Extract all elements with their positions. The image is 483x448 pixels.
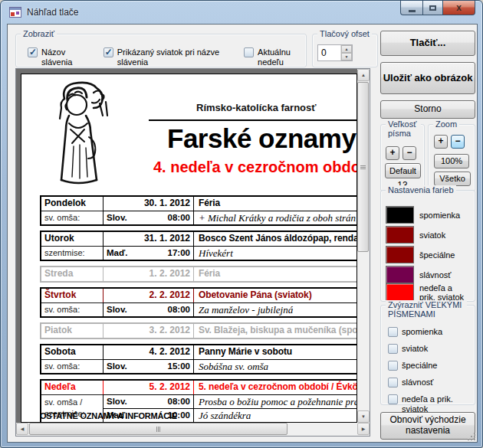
color-swatch-nede-a-a-prik-sviatok[interactable]: [386, 283, 414, 301]
document-title: Farské oznamy: [167, 123, 356, 154]
cell-title: Obetovanie Pána (sviatok): [193, 289, 357, 302]
resize-grip[interactable]: [468, 433, 475, 440]
print-offset-group: Tlačový ofset 0 ▲ ▼: [312, 34, 378, 67]
up-arrow-icon: ▲: [345, 47, 349, 51]
offset-down-button[interactable]: ▼: [341, 53, 352, 60]
uppercase-checkbox-sviatok[interactable]: sviatok: [388, 344, 471, 354]
zoom-group: Zoom + − 100% Všetko: [428, 124, 475, 191]
show-options-caption: Zobraziť: [21, 29, 57, 38]
checkbox-icon[interactable]: [388, 378, 398, 388]
header-rule: [149, 119, 357, 121]
checkbox-label: spomienka: [402, 327, 442, 337]
good-shepherd-logo: [46, 79, 117, 185]
day-blocks: Pondelok30. 1. 2012Fériasv. omša:Slov.08…: [40, 195, 357, 423]
scroll-down-button[interactable]: ▼: [357, 410, 370, 423]
minimize-button[interactable]: [400, 1, 422, 15]
uppercase-checkbox-spomienka[interactable]: spomienka: [388, 327, 471, 337]
horizontal-scroll-thumb[interactable]: [29, 423, 288, 435]
zoom-in-button[interactable]: +: [434, 135, 448, 149]
horizontal-scrollbar[interactable]: ◀ ▶: [16, 423, 370, 436]
font-size-caption: Veľkosť písma: [386, 119, 421, 138]
cell-language-time: Slov.08:00: [103, 211, 193, 224]
document-subtitle: 4. nedeľa v cezročnom období: [153, 159, 357, 176]
print-offset-spinner: 0 ▲ ▼: [317, 44, 353, 61]
checkbox-icon[interactable]: [244, 47, 254, 57]
cell-day: Sobota: [41, 345, 103, 359]
down-arrow-icon: ▼: [345, 55, 349, 59]
uppercase-group: Zvýrazniť VEĽKÝMI PÍSMENAMI spomienkasvi…: [380, 305, 475, 405]
cell-day: Štvrtok: [41, 289, 103, 302]
day-block-streda: Streda1. 2. 2012Féria: [40, 266, 357, 283]
offset-up-button[interactable]: ▲: [341, 45, 352, 53]
cell-language-time: Slov.15:00: [103, 359, 193, 373]
checkbox-icon[interactable]: [388, 394, 398, 404]
offset-input[interactable]: 0: [318, 45, 340, 60]
color-settings-caption: Nastavenia farieb: [386, 185, 456, 195]
cell-intention: Prosba o božiu pomoc a požehnanie pre ma…: [193, 394, 357, 408]
show-checkbox-n-zov-sl-venia[interactable]: Názov slávenia: [28, 47, 87, 67]
scroll-left-button[interactable]: ◀: [16, 423, 28, 435]
color-label: slávnosť: [419, 270, 470, 280]
maximize-button[interactable]: [422, 1, 443, 15]
checkbox-label: Prikázaný sviatok pri názve slávenia: [117, 47, 227, 67]
checkbox-icon[interactable]: [388, 361, 398, 371]
color-settings-group: Nastavenia farieb spomienkasviatokšpeciá…: [380, 190, 475, 302]
close-button[interactable]: x: [443, 1, 475, 15]
zoom-100-button[interactable]: 100%: [434, 154, 469, 168]
right-arrow-icon: ▶: [362, 427, 366, 431]
color-label: sviatok: [419, 231, 470, 240]
day-block-sobota: Sobota4. 2. 2012Panny Márie v sobotusv. …: [40, 344, 357, 374]
color-swatch-spomienka[interactable]: [386, 206, 414, 224]
color-row-sl-vnos: slávnosť: [386, 266, 470, 283]
client-area: Zobraziť Názov sláveniaPrikázaný sviatok…: [7, 24, 478, 443]
vertical-scroll-thumb[interactable]: [357, 82, 369, 252]
font-size-default-button[interactable]: Default: [385, 163, 421, 178]
cell-day: Pondelok: [41, 197, 103, 211]
cell-language-time: Slov.08:00: [103, 302, 193, 316]
checkbox-icon[interactable]: [104, 47, 113, 57]
zoom-out-button[interactable]: −: [451, 135, 465, 149]
cell-title: Sv. Blažeja, biskupa a mučeníka (spomien…: [193, 324, 357, 338]
cell-mass-type: sv. omša:: [41, 211, 103, 224]
checkbox-icon[interactable]: [388, 327, 398, 337]
color-swatch-peci-lne[interactable]: [386, 246, 414, 263]
font-size-decrease-button[interactable]: −: [402, 146, 416, 160]
window-title: Náhľad tlače: [27, 7, 79, 18]
checkbox-icon[interactable]: [28, 47, 38, 57]
cell-intention: Jó szándékra: [193, 408, 357, 422]
thumb-grip-icon: [360, 165, 366, 169]
scroll-right-button[interactable]: ▶: [357, 423, 370, 435]
scroll-up-button[interactable]: ▲: [357, 69, 370, 81]
show-checkbox-aktu-lnu-nede-u[interactable]: Aktuálnu nedeľu: [244, 47, 306, 67]
color-swatch-sviatok[interactable]: [386, 226, 414, 244]
reset-defaults-button[interactable]: Obnoviť východzie nastavenia: [380, 412, 475, 440]
color-label: špeciálne: [419, 250, 470, 260]
title-bar[interactable]: Náhľad tlače x: [1, 1, 482, 24]
cell-title: 5. nedeľa v cezročnom období / Évközi 5.…: [193, 381, 357, 394]
cell-day: Piatok: [41, 324, 103, 338]
cell-intention: Sobášna sv. omša: [193, 359, 357, 373]
uppercase-checkbox-sl-vnos[interactable]: slávnosť: [388, 378, 471, 388]
minimize-icon: [409, 10, 416, 12]
checkbox-icon[interactable]: [388, 344, 398, 354]
color-label: nedeľa a prik. sviatok: [419, 283, 470, 302]
down-arrow-icon: ▼: [361, 414, 366, 419]
uppercase-checkbox-peci-lne[interactable]: špeciálne: [388, 361, 471, 371]
font-size-increase-button[interactable]: +: [386, 146, 399, 160]
show-checkbox-prik-zan-sviatok-pri-n-zve-sl-venia[interactable]: Prikázaný sviatok pri názve slávenia: [104, 47, 227, 67]
color-swatch-sl-vnos[interactable]: [386, 266, 414, 283]
save-as-image-button[interactable]: Uložiť ako obrázok: [380, 62, 475, 94]
cell-date: 3. 2. 2012: [103, 324, 193, 338]
cell-intention: + Michal Krátky a rodičia z oboh strán: [193, 211, 357, 224]
day-block-utorok: Utorok31. 1. 2012Bosco Szent János áldoz…: [40, 231, 357, 261]
cancel-button[interactable]: Storno: [380, 100, 475, 119]
preview-page: Rímsko-katolícka farnosť Farské oznamy 4…: [21, 74, 357, 423]
color-label: spomienka: [419, 211, 470, 220]
show-options-group: Zobraziť Názov sláveniaPrikázaný sviatok…: [15, 34, 307, 67]
zoom-all-button[interactable]: Všetko: [434, 172, 471, 186]
day-block-pondelok: Pondelok30. 1. 2012Fériasv. omša:Slov.08…: [40, 195, 357, 226]
vertical-scrollbar[interactable]: ▲ ▼: [357, 69, 370, 423]
day-block-tvrtok: Štvrtok2. 2. 2012Obetovanie Pána (sviato…: [40, 287, 357, 318]
print-button[interactable]: Tlačiť...: [380, 31, 475, 56]
cell-mass-type: szentmise:: [41, 246, 103, 260]
